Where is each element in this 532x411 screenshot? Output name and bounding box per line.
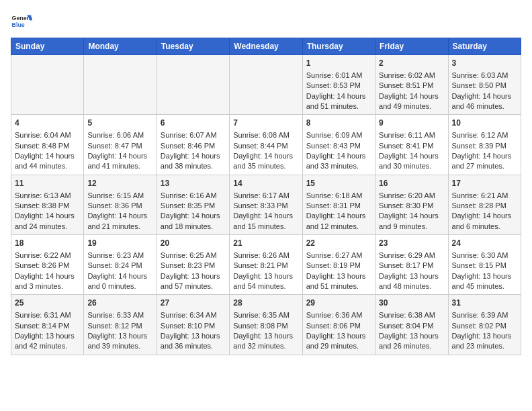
day-info: Sunset: 8:51 PM: [379, 81, 444, 91]
calendar-cell: 18Sunrise: 6:22 AMSunset: 8:26 PMDayligh…: [11, 235, 84, 295]
calendar-week-row: 18Sunrise: 6:22 AMSunset: 8:26 PMDayligh…: [11, 235, 521, 295]
logo: General Blue: [11, 11, 32, 32]
day-info: Sunrise: 6:22 AM: [15, 250, 80, 261]
calendar-cell: 12Sunrise: 6:15 AMSunset: 8:36 PMDayligh…: [84, 175, 157, 234]
day-info: Sunrise: 6:26 AM: [233, 250, 298, 261]
day-info: Sunrise: 6:39 AM: [452, 310, 517, 320]
day-info: Sunset: 8:15 PM: [452, 261, 517, 271]
calendar-cell: [157, 55, 229, 115]
day-info: Sunset: 8:36 PM: [87, 201, 152, 211]
calendar-cell: 25Sunrise: 6:31 AMSunset: 8:14 PMDayligh…: [11, 295, 84, 355]
day-number: 6: [161, 118, 226, 129]
day-info: Sunrise: 6:18 AM: [306, 191, 371, 201]
calendar-cell: 11Sunrise: 6:13 AMSunset: 8:38 PMDayligh…: [11, 175, 84, 234]
day-info: Sunset: 8:41 PM: [379, 141, 444, 151]
day-info: Sunset: 8:12 PM: [87, 321, 152, 331]
calendar-cell: 17Sunrise: 6:21 AMSunset: 8:28 PMDayligh…: [448, 175, 521, 234]
day-info: Daylight: 14 hours and 15 minutes.: [233, 211, 298, 232]
day-info: Daylight: 14 hours and 51 minutes.: [306, 91, 371, 112]
day-number: 4: [15, 118, 80, 129]
day-info: Sunrise: 6:08 AM: [233, 130, 298, 140]
day-info: Daylight: 13 hours and 29 minutes.: [306, 331, 371, 352]
calendar-cell: 20Sunrise: 6:25 AMSunset: 8:23 PMDayligh…: [157, 235, 229, 295]
day-info: Sunrise: 6:21 AM: [452, 191, 517, 201]
day-info: Sunset: 8:21 PM: [233, 261, 298, 271]
calendar-cell: 21Sunrise: 6:26 AMSunset: 8:21 PMDayligh…: [230, 235, 302, 295]
day-number: 3: [452, 58, 517, 69]
day-info: Sunset: 8:44 PM: [233, 141, 298, 151]
day-info: Sunset: 8:35 PM: [161, 201, 226, 211]
day-info: Daylight: 14 hours and 21 minutes.: [87, 211, 152, 232]
calendar-cell: 7Sunrise: 6:08 AMSunset: 8:44 PMDaylight…: [230, 115, 302, 175]
day-info: Sunrise: 6:25 AM: [161, 250, 226, 261]
day-info: Sunrise: 6:12 AM: [452, 130, 517, 140]
day-header-monday: Monday: [84, 38, 157, 55]
day-info: Sunset: 8:23 PM: [161, 261, 226, 271]
day-info: Sunrise: 6:09 AM: [306, 130, 371, 140]
day-info: Sunrise: 6:34 AM: [161, 310, 226, 320]
calendar-cell: 2Sunrise: 6:02 AMSunset: 8:51 PMDaylight…: [375, 55, 448, 115]
calendar-cell: 19Sunrise: 6:23 AMSunset: 8:24 PMDayligh…: [84, 235, 157, 295]
calendar-cell: 16Sunrise: 6:20 AMSunset: 8:30 PMDayligh…: [375, 175, 448, 234]
calendar-cell: 8Sunrise: 6:09 AMSunset: 8:43 PMDaylight…: [302, 115, 375, 175]
day-number: 30: [379, 298, 444, 309]
day-number: 12: [87, 178, 152, 189]
day-info: Sunset: 8:33 PM: [233, 201, 298, 211]
day-info: Sunrise: 6:17 AM: [233, 191, 298, 201]
day-info: Sunset: 8:08 PM: [233, 321, 298, 331]
day-info: Daylight: 14 hours and 6 minutes.: [452, 211, 517, 232]
day-info: Sunset: 8:19 PM: [306, 261, 371, 271]
day-info: Daylight: 14 hours and 38 minutes.: [161, 151, 226, 172]
day-info: Sunrise: 6:15 AM: [87, 191, 152, 201]
day-info: Sunset: 8:47 PM: [87, 141, 152, 151]
calendar-cell: 27Sunrise: 6:34 AMSunset: 8:10 PMDayligh…: [157, 295, 229, 355]
day-info: Sunset: 8:17 PM: [379, 261, 444, 271]
day-info: Daylight: 14 hours and 12 minutes.: [306, 211, 371, 232]
day-info: Sunset: 8:46 PM: [161, 141, 226, 151]
calendar-cell: 9Sunrise: 6:11 AMSunset: 8:41 PMDaylight…: [375, 115, 448, 175]
day-number: 31: [452, 298, 517, 309]
day-info: Sunrise: 6:11 AM: [379, 130, 444, 140]
day-number: 29: [306, 298, 371, 309]
day-number: 19: [87, 238, 152, 249]
day-info: Sunset: 8:38 PM: [15, 201, 80, 211]
calendar-cell: 26Sunrise: 6:33 AMSunset: 8:12 PMDayligh…: [84, 295, 157, 355]
calendar-cell: 31Sunrise: 6:39 AMSunset: 8:02 PMDayligh…: [448, 295, 521, 355]
day-info: Sunset: 8:02 PM: [452, 321, 517, 331]
day-number: 26: [87, 298, 152, 309]
day-info: Daylight: 13 hours and 48 minutes.: [379, 271, 444, 292]
calendar-cell: 29Sunrise: 6:36 AMSunset: 8:06 PMDayligh…: [302, 295, 375, 355]
calendar-cell: 15Sunrise: 6:18 AMSunset: 8:31 PMDayligh…: [302, 175, 375, 234]
day-number: 1: [306, 58, 371, 69]
day-number: 17: [452, 178, 517, 189]
day-number: 22: [306, 238, 371, 249]
day-info: Daylight: 14 hours and 41 minutes.: [87, 151, 152, 172]
logo-icon: General Blue: [11, 11, 32, 32]
day-info: Sunrise: 6:13 AM: [15, 191, 80, 201]
day-info: Sunset: 8:43 PM: [306, 141, 371, 151]
day-info: Sunset: 8:26 PM: [15, 261, 80, 271]
day-info: Daylight: 13 hours and 42 minutes.: [15, 331, 80, 352]
day-header-tuesday: Tuesday: [157, 38, 229, 55]
day-number: 14: [233, 178, 298, 189]
calendar-cell: 30Sunrise: 6:38 AMSunset: 8:04 PMDayligh…: [375, 295, 448, 355]
day-info: Sunset: 8:53 PM: [306, 81, 371, 91]
day-number: 13: [161, 178, 226, 189]
day-info: Sunset: 8:31 PM: [306, 201, 371, 211]
day-number: 21: [233, 238, 298, 249]
day-info: Sunset: 8:30 PM: [379, 201, 444, 211]
day-number: 23: [379, 238, 444, 249]
svg-text:Blue: Blue: [12, 21, 25, 28]
day-info: Daylight: 13 hours and 39 minutes.: [87, 331, 152, 352]
day-info: Daylight: 14 hours and 35 minutes.: [233, 151, 298, 172]
day-info: Daylight: 14 hours and 0 minutes.: [87, 271, 152, 292]
day-number: 9: [379, 118, 444, 129]
day-info: Sunrise: 6:16 AM: [161, 191, 226, 201]
day-info: Sunset: 8:14 PM: [15, 321, 80, 331]
day-info: Sunrise: 6:23 AM: [87, 250, 152, 261]
day-number: 24: [452, 238, 517, 249]
day-info: Daylight: 14 hours and 30 minutes.: [379, 151, 444, 172]
day-info: Sunset: 8:04 PM: [379, 321, 444, 331]
day-number: 27: [161, 298, 226, 309]
day-number: 18: [15, 238, 80, 249]
